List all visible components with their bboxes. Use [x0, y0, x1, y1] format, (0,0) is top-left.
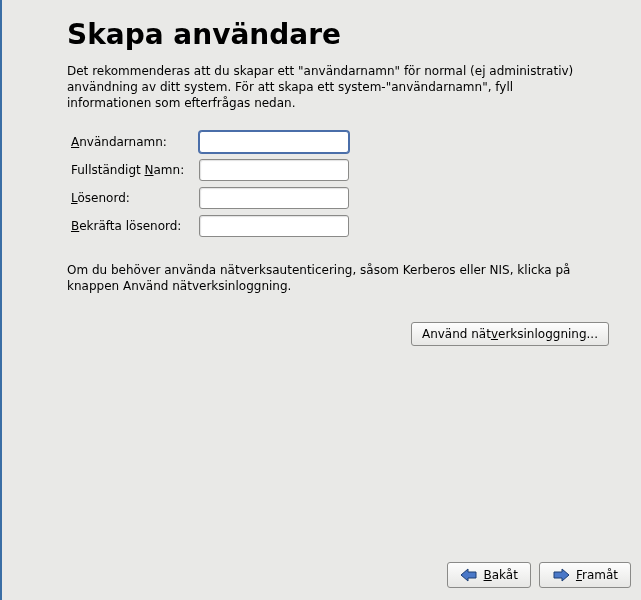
- arrow-right-icon: [552, 568, 570, 582]
- page-title: Skapa användare: [67, 18, 611, 51]
- svg-marker-0: [461, 569, 476, 581]
- password-input[interactable]: [199, 187, 349, 209]
- fullname-input[interactable]: [199, 159, 349, 181]
- username-input[interactable]: [199, 131, 349, 153]
- network-login-button[interactable]: Använd nätverksinloggning...: [411, 322, 609, 346]
- network-auth-hint: Om du behöver använda nätverksautenticer…: [67, 262, 587, 294]
- back-button[interactable]: Bakåt: [447, 562, 531, 588]
- svg-marker-1: [554, 569, 569, 581]
- arrow-left-icon: [460, 568, 478, 582]
- username-label: Användarnamn:: [67, 128, 195, 156]
- wizard-footer: Bakåt Framåt: [0, 550, 641, 600]
- description-text: Det rekommenderas att du skapar ett "anv…: [67, 63, 587, 112]
- forward-button[interactable]: Framåt: [539, 562, 631, 588]
- user-form: Användarnamn: Fullständigt Namn: Lösenor…: [67, 128, 353, 240]
- fullname-label: Fullständigt Namn:: [67, 156, 195, 184]
- main-panel: Skapa användare Det rekommenderas att du…: [2, 0, 641, 550]
- password-label: Lösenord:: [67, 184, 195, 212]
- confirm-password-label: Bekräfta lösenord:: [67, 212, 195, 240]
- confirm-password-input[interactable]: [199, 215, 349, 237]
